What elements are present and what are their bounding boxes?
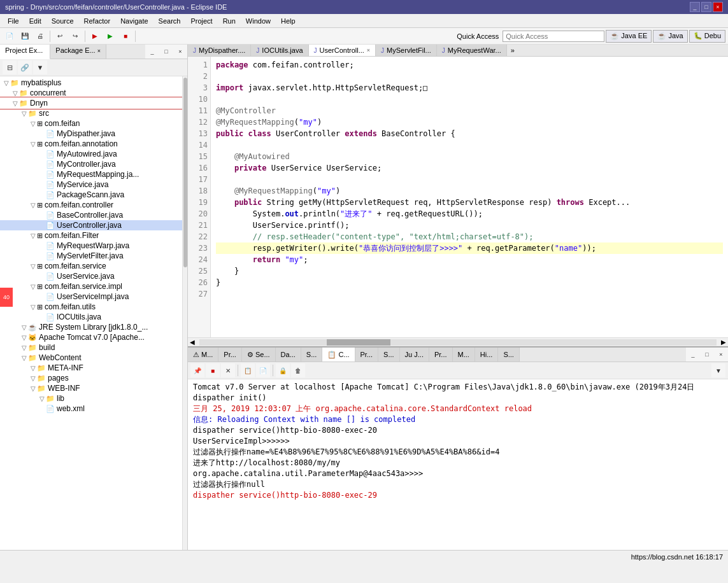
tree-item[interactable]: ▽📁WEB-INF [0,383,187,393]
maximize-panel-button[interactable]: □ [159,45,173,59]
tree-item[interactable]: 📄MyAutowired.java [0,149,187,159]
bottom-tab-maven[interactable]: M... [453,348,475,362]
toolbar-stop[interactable]: ■ [118,29,132,43]
tree-scrollbar[interactable] [182,76,187,550]
link-editor-button[interactable]: 🔗 [18,60,32,74]
scroll-left-button[interactable]: ◀ [188,339,197,346]
console-copy-button[interactable]: 📋 [241,363,255,377]
close-button[interactable]: × [713,2,723,12]
tab-usercontroller[interactable]: J UserControll... × [309,45,376,57]
tree-item[interactable]: ▽☕JRE System Library [jdk1.8.0_... [0,322,187,332]
debug-perspective-button[interactable]: 🐛 Debu [689,30,725,43]
tree-item[interactable]: ▽⊞com.feifan [0,118,187,129]
tab-myrequestwarp[interactable]: J MyRequestWar... [437,45,507,56]
horizontal-scrollbar[interactable]: ◀ ▶ [188,337,728,346]
scroll-right-button[interactable]: ▶ [719,339,728,346]
tree-item[interactable]: ▽⊞com.feifan.controller [0,200,187,210]
bottom-tab-history[interactable]: Hi... [475,348,499,362]
tree-item[interactable]: ▽⊞com.feifan.service [0,261,187,271]
menu-file[interactable]: File [3,16,24,26]
toolbar-run[interactable]: ▶ [103,29,117,43]
tree-item[interactable]: ▽📁META-INF [0,363,187,373]
tree-item[interactable]: 📄MyService.java [0,179,187,190]
tree-item[interactable]: ▽⊞com.feifan.service.impl [0,281,187,292]
toolbar-save[interactable]: 💾 [18,29,32,43]
toolbar-undo[interactable]: ↩ [53,29,67,43]
bottom-tab-servers[interactable]: ⚙ Se... [242,348,276,362]
tree-item[interactable]: ▽⊞com.feifan.annotation [0,139,187,149]
close-panel-button[interactable]: × [173,45,187,59]
scroll-thumb[interactable] [327,339,390,346]
menu-refactor[interactable]: Refactor [79,16,116,26]
tree-item[interactable]: ▽📁concurrent [0,88,187,98]
console-remove-button[interactable]: ✕ [221,363,235,377]
tree-item[interactable]: 📄MyDispather.java [0,129,187,139]
bottom-tab-progress[interactable]: Pr... [355,348,379,362]
java-button[interactable]: ☕ Java [653,30,687,43]
bottom-tab-markers[interactable]: ⚠M... [188,348,218,362]
tab-overflow-button[interactable]: » [507,45,518,56]
tree-item[interactable]: 📄IOCUtils.java [0,312,187,322]
tree-item[interactable]: 📄MyServletFilter.java [0,251,187,261]
bottom-tab-data[interactable]: Da... [276,348,301,362]
tab-mydispather[interactable]: J MyDispather.... [188,45,251,56]
tree-item[interactable]: ▽⊞com.feifan.Filter [0,230,187,241]
console-scroll-lock-button[interactable]: 🔒 [276,363,290,377]
console-clear-button[interactable]: 🗑 [291,363,305,377]
tree-item[interactable]: 📄UserServiceImpl.java [0,292,187,302]
bottom-tab-console[interactable]: 📋 C... [322,348,355,362]
package-explorer-tab[interactable]: Package E...× [50,45,106,59]
tree-item[interactable]: 📄web.xml [0,404,187,414]
tab-iocutils[interactable]: J IOCUtils.java [251,45,308,56]
project-explorer-tab[interactable]: Project Ex... [0,45,50,59]
tree-item[interactable]: ▽📁pages [0,373,187,383]
tree-item[interactable]: ▽📁mybatisplus [0,78,187,88]
menu-help[interactable]: Help [276,16,301,26]
menu-window[interactable]: Window [241,16,276,26]
toolbar-new[interactable]: 📄 [3,29,17,43]
toolbar-redo[interactable]: ↪ [68,29,82,43]
collapse-all-button[interactable]: ⊟ [3,60,17,74]
menu-project[interactable]: Project [185,16,217,26]
view-menu-button[interactable]: ▼ [33,60,47,74]
side-marker[interactable]: 40 [0,288,13,307]
console-view-button[interactable]: ▼ [711,363,725,377]
tree-item[interactable]: 📄PackageScann.java [0,190,187,200]
minimize-panel-button[interactable]: _ [145,45,159,59]
tree-item[interactable]: 📄MyRequestWarp.java [0,241,187,251]
java-ee-button[interactable]: ☕ Java EE [606,30,652,43]
tree-item[interactable]: 📄UserController.java [0,220,187,230]
console-paste-button[interactable]: 📄 [256,363,270,377]
menu-navigate[interactable]: Navigate [115,16,153,26]
code-content[interactable]: package com.feifan.controller; import ja… [211,57,728,337]
bottom-minimize-button[interactable]: _ [686,348,700,362]
tree-item[interactable]: ▽📁build [0,342,187,353]
console-stop-button[interactable]: ■ [206,363,220,377]
menu-search[interactable]: Search [153,16,186,26]
tab-myservletfilter[interactable]: J MyServletFil... [376,45,437,56]
console-pin-button[interactable]: 📌 [190,363,204,377]
tree-item[interactable]: ▽⊞com.feifan.utils [0,302,187,312]
bottom-tab-search2[interactable]: S... [378,348,400,362]
bottom-maximize-button[interactable]: □ [700,348,714,362]
menu-source[interactable]: Source [46,16,79,26]
tree-item[interactable]: ▽📁src [0,108,187,118]
bottom-tab-task[interactable]: S... [498,348,520,362]
tree-item[interactable]: 📄MyRequestMapping.ja... [0,169,187,179]
bottom-tab-junit[interactable]: Ju J... [400,348,429,362]
bottom-tab-problems[interactable]: Pr... [429,348,453,362]
tree-item[interactable]: ▽🐱Apache Tomcat v7.0 [Apache... [0,332,187,342]
tree-item[interactable]: 📄BaseController.java [0,210,187,220]
toolbar-print[interactable]: 🖨 [33,29,47,43]
tree-item[interactable]: 📄UserService.java [0,271,187,281]
tree-item[interactable]: ▽📁WebContent [0,353,187,363]
toolbar-debug[interactable]: ▶ [88,29,102,43]
tree-item[interactable]: ▽📁lib [0,393,187,404]
minimize-button[interactable]: _ [690,2,700,12]
bottom-tab-snippets[interactable]: S... [301,348,323,362]
tree-item[interactable]: 📄MyController.java [0,159,187,169]
maximize-button[interactable]: □ [701,2,711,12]
quick-access-input[interactable] [503,31,604,42]
menu-edit[interactable]: Edit [24,16,46,26]
menu-run[interactable]: Run [218,16,241,26]
